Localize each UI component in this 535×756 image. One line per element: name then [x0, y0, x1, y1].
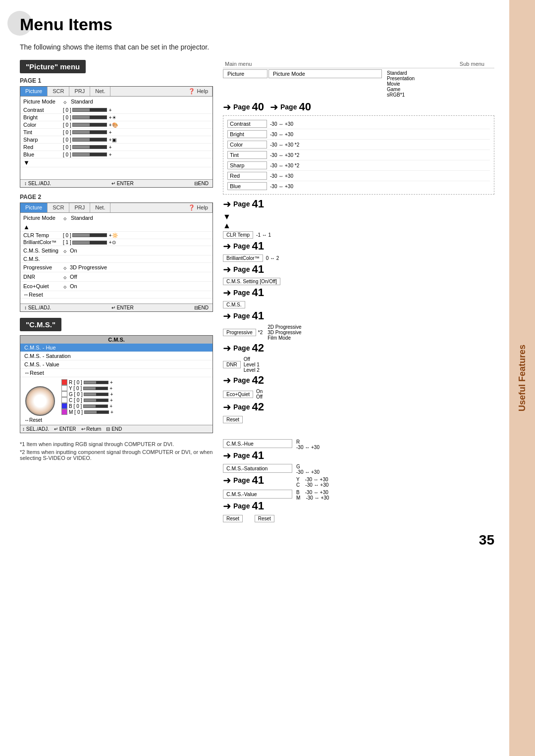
row-blue: Blue [ 0 ] +: [20, 151, 213, 158]
row-up-arrow-p2: ▲: [20, 223, 213, 232]
row-contrast: Contrast [ 0 ] +: [20, 106, 213, 114]
cms-sat-section: C.M.S.-Saturation ➜ Page 41 G -30 ↔ +30 …: [223, 464, 494, 488]
row-cms-setting: C.M.S. Setting ⬦ On: [20, 246, 213, 255]
cms-hue-box: C.M.S.-Hue: [223, 439, 292, 448]
picture-mode-box: Picture Mode: [268, 69, 382, 78]
dashed-section-top: Contrast -30 ↔ +30 Bright -30 ↔ +30 Colo…: [223, 115, 494, 195]
arrow-page-41-sat: ➜ Page 41: [223, 474, 292, 487]
picture-mode-icon-1: ⬦: [63, 98, 67, 105]
row-tint: Tint [ 0 ] +: [20, 129, 213, 136]
brilliantcolor-row-rc: BrilliantColor™ 0 ↔ 2: [223, 254, 494, 262]
cms-item-reset[interactable]: ↔Reset: [20, 369, 213, 377]
arrow-page-42-dnr: ➜ Page 42: [223, 374, 494, 387]
cms-bottom-section: C.M.S.-Hue ➜ Page 41 R -30 ↔ +30: [223, 439, 494, 522]
picture-mode-row-2: Picture Mode ⬦ Standard: [20, 213, 213, 223]
sharp-bar: [72, 138, 107, 142]
arrow-sym-40: ➜: [223, 101, 231, 113]
cms-item-hue[interactable]: C.M.S. - Hue: [20, 344, 213, 352]
rc-row-blue: Blue -30 ↔ +30: [227, 181, 490, 191]
updown-arrows: ▼▲: [223, 212, 494, 230]
cms-hue-section: C.M.S.-Hue ➜ Page 41 R -30 ↔ +30: [223, 439, 494, 462]
cms-footer: ↕ SEL./ADJ. ↵ ENTER ↩ Return ⊟ END: [20, 425, 213, 433]
arrow-page-40-right: ➜ Page 40: [270, 101, 494, 113]
cms-bar-r: [84, 381, 108, 384]
cms-panel: C.M.S. C.M.S. - Hue C.M.S. - Saturation …: [20, 335, 213, 433]
page1-panel: Picture SCR PRJ Net. ❓ Help Picture Mode…: [20, 86, 213, 188]
right-column: Main menu Sub menu Picture Picture Mode …: [213, 60, 494, 522]
arrow-page-41-cms: ➜ Page 41: [223, 286, 494, 299]
rc-row-contrast: Contrast -30 ↔ +30: [227, 119, 490, 129]
tab-bar-1: Picture SCR PRJ Net. ❓ Help: [20, 87, 213, 97]
cms-val-section: C.M.S.-Value ➜ Page 41 B -30 ↔ +30 M -30…: [223, 490, 494, 512]
bright-bar: [72, 115, 107, 119]
cms-row-r: R [ 0 ] +: [61, 379, 209, 385]
cms-val-box: C.M.S.-Value: [223, 490, 292, 499]
row-down-arrow: ▼: [20, 158, 213, 167]
footnote-2: *2 Items when inputting component signal…: [20, 449, 213, 461]
page-num-40: 40: [252, 101, 264, 113]
reset-box-bottom: Reset: [223, 515, 243, 522]
sub-menu-label: Sub menu: [302, 60, 494, 68]
rc-row-sharp: Sharp -30 ↔ +30 *2: [227, 160, 490, 171]
right-tab: Useful Features: [509, 0, 535, 756]
tab-prj-2[interactable]: PRJ: [69, 203, 90, 212]
hue-sub-header: R: [296, 439, 494, 445]
row-progressive: Progressive ⬦ 3D Progressive: [20, 263, 213, 272]
picture-mode-label-1: Picture Mode: [23, 99, 63, 104]
left-column: "Picture" menu PAGE 1 Picture SCR PRJ Ne…: [20, 60, 213, 463]
clrtemp-row-rc: CLR Temp -1 ↔ 1: [223, 231, 494, 239]
picture-menu-header: "Picture" menu: [20, 60, 86, 73]
submenu-options: StandardPresentationMovieGamesRGB*1: [384, 69, 494, 99]
main-menu-label: Main menu: [223, 60, 302, 68]
tab-net-2[interactable]: Net.: [90, 203, 110, 212]
rc-row-tint: Tint -30 ↔ +30 *2: [227, 150, 490, 160]
page-number: 35: [20, 532, 494, 548]
cms-bar-y: [83, 387, 108, 390]
arrow-page-40: ➜ Page 40 ➜ Page 40: [223, 101, 494, 113]
tab-help-2[interactable]: ❓ Help: [184, 203, 213, 212]
cms-panel-title: C.M.S.: [20, 336, 213, 344]
cms-sat-box: C.M.S.-Saturation: [223, 464, 292, 473]
arrow-page-41-hue: ➜ Page 41: [223, 449, 292, 462]
cms-bar-b: [83, 404, 108, 408]
tab-picture-1[interactable]: Picture: [20, 87, 48, 96]
menu-column-headers: Main menu Sub menu: [223, 60, 494, 68]
tint-bar: [72, 130, 107, 134]
progressive-row-rc: Progressive *2 2D Progressive3D Progress…: [223, 324, 494, 341]
cms-header: "C.M.S.": [20, 318, 61, 331]
cms-bar-c: [84, 399, 108, 402]
tab-help-1[interactable]: ❓ Help: [184, 87, 213, 96]
cms-row-c: C [ 0 ] +: [61, 397, 209, 403]
arrow-page-41-clr: ➜ Page 41: [223, 240, 494, 252]
cms-bar-m: [84, 410, 109, 414]
tab-picture-2[interactable]: Picture: [20, 203, 48, 212]
arrow-page-42-prog: ➜ Page 42: [223, 342, 494, 354]
cms-circle: [25, 386, 55, 416]
picture-mode-value-1: Standard: [71, 99, 93, 104]
contrast-bar: [72, 108, 107, 112]
cms-swatch-r: [61, 379, 67, 385]
tab-scr-2[interactable]: SCR: [48, 203, 69, 212]
picture-mode-row-1: Picture Mode ⬦ Standard: [20, 97, 213, 106]
tab-net-1[interactable]: Net.: [90, 87, 110, 96]
tab-prj-1[interactable]: PRJ: [69, 87, 90, 96]
rc-row-color: Color -30 ↔ +30 *2: [227, 140, 490, 150]
cms-swatch-b: [61, 403, 67, 409]
cms-reset-row: ↔Reset: [24, 417, 209, 423]
cms-swatch-m: [61, 409, 67, 415]
top-menu-row: Picture Picture Mode StandardPresentatio…: [223, 69, 494, 99]
menu-footer-1: ↕ SEL./ADJ. ↵ ENTER ⊟END: [20, 179, 213, 187]
cms-row-b: B [ 0 ] +: [61, 403, 209, 409]
tab-scr-1[interactable]: SCR: [48, 87, 69, 96]
cms-setting-row-rc: C.M.S. Setting [On/Off]: [223, 278, 494, 285]
cms-item-saturation[interactable]: C.M.S. - Saturation: [20, 352, 213, 360]
cms-item-value[interactable]: C.M.S. - Value: [20, 360, 213, 369]
dnr-row-rc: DNR OffLevel 1Level 2: [223, 356, 494, 373]
color-bar: [72, 123, 107, 127]
reset-box-rc: Reset: [223, 416, 243, 423]
row-ecoquiet: Eco+Quiet ⬦ On: [20, 282, 213, 291]
cms-swatch-g: [61, 391, 67, 397]
arrow-page-42-eco: ➜ Page 42: [223, 401, 494, 413]
cms-row-m: M [ 0 ] +: [61, 409, 209, 415]
footnotes: *1 Item when inputting RGB signal throug…: [20, 441, 213, 461]
